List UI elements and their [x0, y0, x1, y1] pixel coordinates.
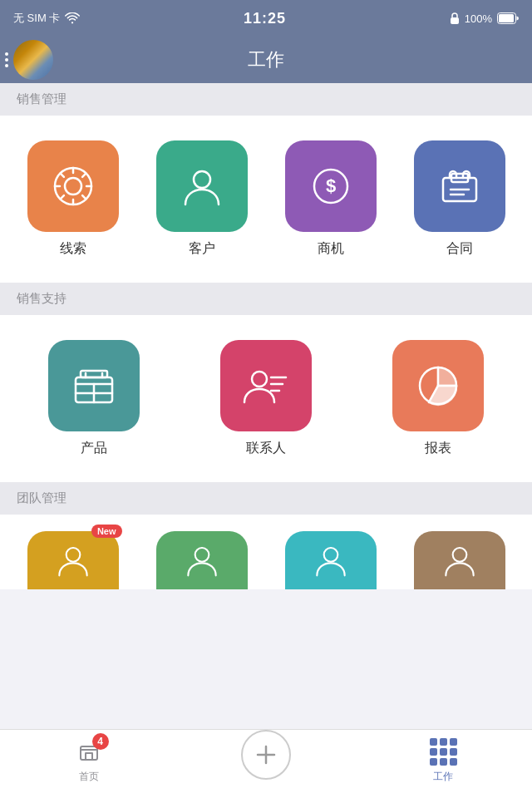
team-item-2-icon[interactable]: [156, 531, 248, 589]
battery-icon: [497, 12, 519, 24]
list-item[interactable]: 联系人: [180, 332, 352, 466]
section-sales-management: 销售管理: [0, 83, 532, 116]
home-icon-wrap: 4: [74, 736, 104, 766]
tab-bar: 4 首页 工作: [0, 729, 532, 798]
team-item-4-icon[interactable]: [414, 531, 505, 589]
plus-icon: [254, 743, 278, 766]
list-item[interactable]: 报表: [352, 332, 524, 466]
baobiao-icon[interactable]: [392, 340, 484, 431]
list-item[interactable]: 合同: [395, 132, 524, 266]
home-badge: 4: [92, 733, 109, 750]
tab-add[interactable]: [177, 736, 354, 780]
nav-avatar[interactable]: [13, 40, 53, 80]
chanpin-icon[interactable]: [48, 340, 140, 431]
work-icon-wrap: [428, 736, 458, 766]
svg-point-35: [195, 548, 209, 562]
team-item-3-icon[interactable]: [285, 531, 377, 589]
list-item[interactable]: 产品: [8, 332, 180, 466]
hetong-label: 合同: [446, 240, 473, 258]
svg-point-36: [323, 548, 337, 562]
nav-dots[interactable]: [5, 52, 8, 67]
status-right: 100%: [450, 12, 519, 25]
tab-home-label: 首页: [79, 770, 99, 784]
section-sales-support: 销售支持: [0, 283, 532, 315]
chanpin-label: 产品: [81, 440, 107, 457]
svg-point-34: [66, 548, 80, 562]
nav-bar: 工作: [0, 37, 532, 83]
svg-rect-39: [86, 753, 92, 760]
svg-rect-2: [499, 14, 514, 22]
svg-line-10: [82, 195, 86, 199]
svg-text:$: $: [325, 175, 335, 196]
section-team-management: 团队管理: [0, 482, 532, 515]
xiansuo-label: 线索: [60, 240, 86, 258]
kehu-label: 客户: [189, 240, 215, 258]
shangji-label: 商机: [318, 240, 344, 258]
svg-point-37: [452, 548, 466, 562]
list-item[interactable]: $ 商机: [266, 132, 395, 266]
tab-work[interactable]: 工作: [355, 736, 532, 784]
tab-home[interactable]: 4 首页: [0, 736, 177, 784]
list-item[interactable]: [395, 531, 524, 589]
tab-work-label: 工作: [433, 770, 453, 784]
wifi-icon: [65, 12, 80, 24]
svg-line-9: [60, 174, 63, 177]
kehu-icon[interactable]: [156, 140, 248, 232]
list-item[interactable]: [137, 531, 266, 589]
work-grid-icon: [430, 738, 457, 766]
svg-rect-0: [451, 17, 459, 24]
team-management-row: New: [0, 515, 532, 589]
list-item[interactable]: 客户: [137, 132, 266, 266]
list-item[interactable]: 线索: [8, 132, 137, 266]
svg-line-12: [60, 195, 63, 199]
sales-support-grid: 产品 联系人 报表: [0, 315, 532, 482]
sales-management-grid: 线索 客户 $ 商机: [0, 116, 532, 283]
list-item[interactable]: New: [8, 531, 137, 589]
svg-point-13: [194, 171, 210, 188]
new-badge: New: [91, 525, 122, 538]
hetong-icon[interactable]: [414, 140, 505, 232]
shangji-icon[interactable]: $: [285, 140, 377, 232]
status-time: 11:25: [244, 10, 286, 27]
team-item-1-icon[interactable]: New: [27, 531, 119, 589]
list-item[interactable]: [266, 531, 395, 589]
xiansuoicon[interactable]: [27, 140, 119, 232]
baobiao-label: 报表: [425, 440, 451, 457]
svg-point-26: [252, 372, 267, 387]
svg-point-4: [65, 178, 81, 195]
lock-icon: [450, 12, 460, 25]
carrier-text: 无 SIM 卡: [13, 11, 60, 26]
status-bar: 无 SIM 卡 11:25 100%: [0, 0, 532, 37]
svg-line-11: [82, 174, 86, 177]
add-button[interactable]: [241, 730, 291, 780]
lianxiren-label: 联系人: [246, 440, 286, 457]
nav-title: 工作: [248, 47, 284, 72]
lianxiren-icon[interactable]: [220, 340, 312, 431]
battery-text: 100%: [465, 12, 492, 25]
status-left: 无 SIM 卡: [13, 11, 80, 26]
